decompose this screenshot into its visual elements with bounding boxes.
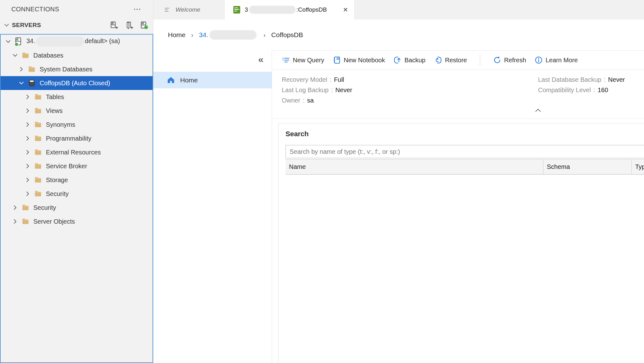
tree-item-tables[interactable]: Tables <box>1 90 153 104</box>
backup-icon <box>393 56 402 64</box>
tree-item-synonyms[interactable]: Synonyms <box>1 118 153 131</box>
active-connections-icon[interactable] <box>140 21 149 30</box>
redacted-text <box>36 36 84 47</box>
refresh-button[interactable]: Refresh <box>493 56 526 64</box>
restore-icon <box>434 56 442 64</box>
chevron-down-icon[interactable] <box>3 21 11 29</box>
search-panel-title: Search <box>286 130 644 138</box>
property-owner: Owner : sa <box>282 95 352 106</box>
connections-header: CONNECTIONS ⋯ <box>0 0 153 16</box>
chevron-icon[interactable] <box>24 162 31 170</box>
list-icon <box>164 6 171 14</box>
chevron-icon[interactable] <box>24 121 31 128</box>
tree-item-programmability[interactable]: Programmability <box>1 131 153 145</box>
close-icon[interactable]: ✕ <box>341 5 349 14</box>
collapse-properties-button[interactable] <box>532 107 544 114</box>
info-icon <box>535 56 543 64</box>
tree-item-34-server-connection[interactable]: 34.default> (sa) <box>1 35 153 48</box>
chevron-icon[interactable] <box>24 176 31 184</box>
column-header-schema[interactable]: Schema <box>543 159 632 174</box>
more-actions-icon[interactable]: ⋯ <box>133 8 141 11</box>
folder-icon <box>34 134 42 143</box>
breadcrumb-server-prefix: 34. <box>199 31 208 39</box>
learn-more-button[interactable]: Learn More <box>535 56 578 64</box>
tree-item-label: 34.default> (sa) <box>26 36 120 47</box>
chevron-icon[interactable] <box>11 52 19 59</box>
breadcrumb-server[interactable]: 34. <box>199 30 258 40</box>
column-header-type[interactable]: Type <box>632 159 644 174</box>
new-notebook-button[interactable]: New Notebook <box>333 56 385 64</box>
backup-label: Backup <box>404 57 425 64</box>
servers-actions <box>110 21 149 30</box>
chevron-icon[interactable] <box>18 65 25 73</box>
chevron-icon[interactable] <box>11 204 19 211</box>
breadcrumb-home[interactable]: Home <box>168 31 186 39</box>
property-compatibility-level: Compatibility Level : 160 <box>538 85 625 95</box>
folder-icon <box>34 148 42 157</box>
property-label: Recovery Model <box>282 76 327 83</box>
section-divider <box>272 119 644 119</box>
tree-item-views[interactable]: Views <box>1 104 153 118</box>
chevron-icon[interactable] <box>24 190 31 198</box>
tree-item-label: Security <box>46 190 69 198</box>
folder-icon <box>21 51 30 60</box>
chevron-right-icon: › <box>191 31 193 39</box>
new-notebook-icon <box>333 56 341 64</box>
property-last-log-backup: Last Log Backup : Never <box>282 85 352 95</box>
property-colon: : <box>593 87 595 94</box>
tree-item-external-resources[interactable]: External Resources <box>1 145 153 159</box>
dashboard-tab-icon <box>233 5 241 14</box>
tree-item-databases[interactable]: Databases <box>1 48 153 62</box>
property-value: sa <box>307 97 314 104</box>
dashboard-split: « Home New Query <box>153 50 644 363</box>
new-query-label: New Query <box>293 57 324 64</box>
folder-icon <box>34 189 42 198</box>
redacted-text <box>209 30 257 40</box>
breadcrumb: Home › 34. › CoffopsDB <box>153 20 644 50</box>
property-value: Never <box>336 87 352 94</box>
tree-item-service-broker[interactable]: Service Broker <box>1 159 153 173</box>
tab-database-dashboard[interactable]: 3 :CoffopsDB ✕ <box>225 0 355 20</box>
search-input[interactable] <box>286 145 644 158</box>
tree-item-server-objects[interactable]: Server Objects <box>1 215 153 228</box>
nav-item-home[interactable]: Home <box>153 72 272 88</box>
new-server-group-icon[interactable] <box>125 21 134 30</box>
toolbar-divider <box>480 54 480 66</box>
home-icon <box>167 76 175 84</box>
server-icon <box>14 37 23 46</box>
chevron-icon[interactable] <box>24 148 31 156</box>
tree-item-label: Programmability <box>46 135 91 142</box>
tree-item-label: CoffopsDB (Auto Closed) <box>40 80 110 87</box>
folder-icon <box>34 120 42 129</box>
column-header-name[interactable]: Name <box>286 159 543 174</box>
property-last-database-backup: Last Database Backup : Never <box>538 75 625 85</box>
learn-more-label: Learn More <box>546 57 578 64</box>
chevron-icon[interactable] <box>24 93 31 101</box>
tree-item-security[interactable]: Security <box>1 201 153 215</box>
tree-item-security[interactable]: Security <box>1 187 153 201</box>
chevron-icon[interactable] <box>24 107 31 114</box>
property-label: Owner <box>282 97 300 104</box>
property-value: Never <box>608 76 625 83</box>
tree-item-storage[interactable]: Storage <box>1 173 153 187</box>
servers-section-header[interactable]: SERVERS <box>0 16 153 34</box>
chevron-icon[interactable] <box>11 218 19 225</box>
tab-bar: Welcome 3 :CoffopsDB ✕ <box>153 0 644 20</box>
folder-icon <box>27 65 36 74</box>
chevron-icon[interactable] <box>24 135 31 142</box>
chevron-icon[interactable] <box>4 38 12 45</box>
tab-welcome[interactable]: Welcome <box>153 0 225 20</box>
tree-item-coffopsdb-auto-closed[interactable]: CoffopsDB (Auto Closed) <box>1 76 153 90</box>
new-connection-icon[interactable] <box>110 21 119 30</box>
chevron-icon[interactable] <box>18 79 25 87</box>
backup-button[interactable]: Backup <box>393 56 425 64</box>
tree-item-label: Databases <box>33 52 64 59</box>
property-colon: : <box>330 76 332 83</box>
tab-title-suffix: :CoffopsDB <box>297 6 327 13</box>
new-query-button[interactable]: New Query <box>282 56 324 64</box>
collapse-panel-icon[interactable]: « <box>258 55 264 64</box>
property-label: Compatibility Level <box>538 87 591 94</box>
restore-button[interactable]: Restore <box>434 56 467 64</box>
tree-item-system-databases[interactable]: System Databases <box>1 62 153 76</box>
tree-item-label: Storage <box>46 176 68 184</box>
